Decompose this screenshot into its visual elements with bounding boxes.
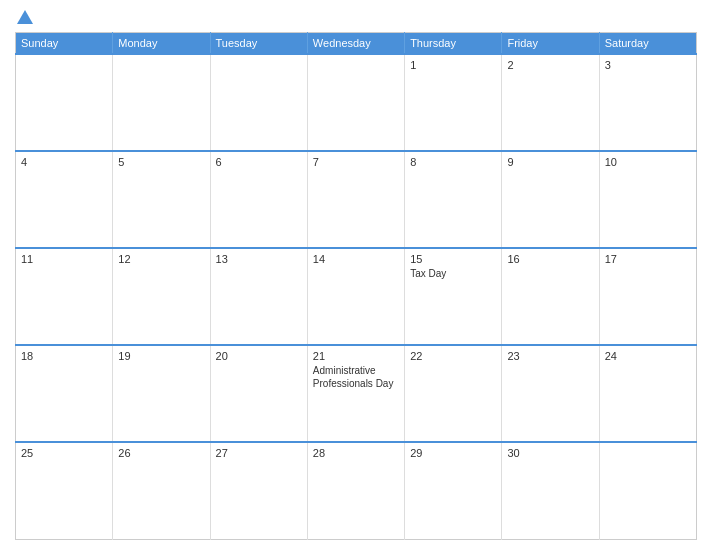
calendar-header-row: SundayMondayTuesdayWednesdayThursdayFrid… [16, 33, 697, 55]
weekday-header: Thursday [405, 33, 502, 55]
calendar-week-row: 252627282930 [16, 442, 697, 539]
calendar-day-cell: 28 [307, 442, 404, 539]
calendar-event: Tax Day [410, 267, 496, 280]
weekday-header: Saturday [599, 33, 696, 55]
day-number: 7 [313, 156, 399, 168]
calendar-day-cell: 2 [502, 54, 599, 151]
calendar-day-cell: 9 [502, 151, 599, 248]
day-number: 20 [216, 350, 302, 362]
weekday-header: Monday [113, 33, 210, 55]
calendar-week-row: 18192021Administrative Professionals Day… [16, 345, 697, 442]
calendar-day-cell: 25 [16, 442, 113, 539]
weekday-header: Friday [502, 33, 599, 55]
calendar-day-cell: 1 [405, 54, 502, 151]
calendar-day-cell: 14 [307, 248, 404, 345]
day-number: 11 [21, 253, 107, 265]
day-number: 21 [313, 350, 399, 362]
calendar-table: SundayMondayTuesdayWednesdayThursdayFrid… [15, 32, 697, 540]
calendar-day-cell: 20 [210, 345, 307, 442]
calendar-day-cell [113, 54, 210, 151]
calendar-page: SundayMondayTuesdayWednesdayThursdayFrid… [0, 0, 712, 550]
day-number: 18 [21, 350, 107, 362]
day-number: 9 [507, 156, 593, 168]
calendar-day-cell: 16 [502, 248, 599, 345]
logo [15, 10, 33, 24]
calendar-day-cell: 30 [502, 442, 599, 539]
day-number: 2 [507, 59, 593, 71]
calendar-day-cell: 24 [599, 345, 696, 442]
day-number: 27 [216, 447, 302, 459]
calendar-week-row: 1112131415Tax Day1617 [16, 248, 697, 345]
calendar-header [15, 10, 697, 24]
calendar-day-cell: 19 [113, 345, 210, 442]
calendar-day-cell: 27 [210, 442, 307, 539]
day-number: 12 [118, 253, 204, 265]
weekday-header: Tuesday [210, 33, 307, 55]
calendar-week-row: 45678910 [16, 151, 697, 248]
calendar-day-cell: 5 [113, 151, 210, 248]
day-number: 15 [410, 253, 496, 265]
day-number: 14 [313, 253, 399, 265]
calendar-day-cell: 4 [16, 151, 113, 248]
day-number: 10 [605, 156, 691, 168]
calendar-day-cell: 18 [16, 345, 113, 442]
calendar-day-cell [307, 54, 404, 151]
day-number: 29 [410, 447, 496, 459]
day-number: 5 [118, 156, 204, 168]
calendar-day-cell: 17 [599, 248, 696, 345]
day-number: 26 [118, 447, 204, 459]
day-number: 4 [21, 156, 107, 168]
day-number: 23 [507, 350, 593, 362]
day-number: 16 [507, 253, 593, 265]
calendar-day-cell: 12 [113, 248, 210, 345]
calendar-day-cell [599, 442, 696, 539]
calendar-event: Administrative Professionals Day [313, 364, 399, 390]
calendar-day-cell: 10 [599, 151, 696, 248]
day-number: 8 [410, 156, 496, 168]
weekday-header: Wednesday [307, 33, 404, 55]
day-number: 17 [605, 253, 691, 265]
calendar-day-cell: 23 [502, 345, 599, 442]
logo-triangle-icon [17, 10, 33, 24]
day-number: 30 [507, 447, 593, 459]
day-number: 22 [410, 350, 496, 362]
calendar-day-cell: 29 [405, 442, 502, 539]
day-number: 6 [216, 156, 302, 168]
day-number: 13 [216, 253, 302, 265]
day-number: 19 [118, 350, 204, 362]
calendar-day-cell: 11 [16, 248, 113, 345]
calendar-day-cell: 6 [210, 151, 307, 248]
calendar-day-cell [210, 54, 307, 151]
calendar-day-cell: 7 [307, 151, 404, 248]
calendar-day-cell: 22 [405, 345, 502, 442]
day-number: 25 [21, 447, 107, 459]
weekday-header: Sunday [16, 33, 113, 55]
day-number: 1 [410, 59, 496, 71]
calendar-day-cell [16, 54, 113, 151]
day-number: 24 [605, 350, 691, 362]
calendar-day-cell: 15Tax Day [405, 248, 502, 345]
day-number: 3 [605, 59, 691, 71]
calendar-day-cell: 3 [599, 54, 696, 151]
calendar-week-row: 123 [16, 54, 697, 151]
calendar-day-cell: 8 [405, 151, 502, 248]
day-number: 28 [313, 447, 399, 459]
calendar-day-cell: 21Administrative Professionals Day [307, 345, 404, 442]
calendar-day-cell: 13 [210, 248, 307, 345]
calendar-day-cell: 26 [113, 442, 210, 539]
